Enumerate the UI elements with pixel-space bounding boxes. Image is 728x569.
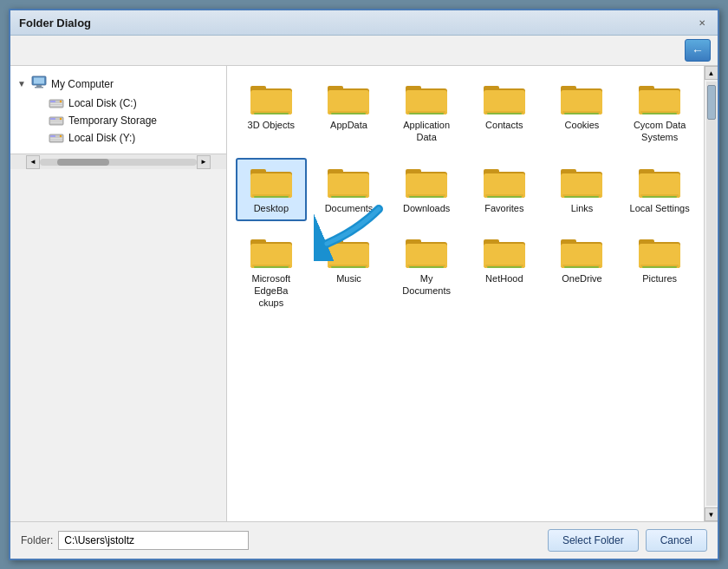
svg-rect-38 xyxy=(487,113,522,114)
svg-rect-106 xyxy=(639,244,680,268)
svg-rect-101 xyxy=(561,244,602,268)
svg-rect-17 xyxy=(50,138,62,139)
folder-label-text: NetHood xyxy=(485,272,523,284)
folder-label-text: Cycom Data Systems xyxy=(629,119,690,144)
folder-item[interactable]: Pictures xyxy=(624,228,695,317)
svg-rect-46 xyxy=(639,90,680,114)
folder-label-text: My Documents xyxy=(396,272,457,298)
folder-label-text: Cookies xyxy=(565,119,600,131)
folder-icon xyxy=(328,165,369,199)
folder-label-text: AppData xyxy=(330,119,367,131)
folder-label-text: Local Settings xyxy=(630,202,690,214)
folder-icon xyxy=(561,235,602,270)
svg-rect-33 xyxy=(409,113,444,114)
vscroll-thumb[interactable] xyxy=(707,85,716,120)
folder-label-text: Downloads xyxy=(403,202,450,214)
folder-item[interactable]: Local Settings xyxy=(624,158,695,221)
folder-icon xyxy=(328,235,369,270)
computer-icon xyxy=(31,75,47,92)
svg-point-16 xyxy=(60,135,62,137)
svg-rect-108 xyxy=(642,266,677,268)
svg-rect-103 xyxy=(564,266,599,268)
svg-rect-1 xyxy=(34,78,44,84)
select-folder-button[interactable]: Select Folder xyxy=(548,529,639,552)
svg-rect-15 xyxy=(50,135,55,137)
svg-rect-98 xyxy=(487,266,522,268)
folder-path-input[interactable] xyxy=(58,531,249,550)
svg-rect-63 xyxy=(409,196,444,198)
svg-rect-12 xyxy=(50,121,62,121)
hscroll-thumb[interactable] xyxy=(57,159,109,166)
svg-rect-8 xyxy=(50,105,62,106)
vscroll-up-btn[interactable]: ▲ xyxy=(705,66,718,80)
svg-rect-53 xyxy=(254,196,289,198)
folder-item[interactable]: 3D Objects xyxy=(236,75,307,151)
folder-item[interactable]: My Documents xyxy=(391,228,462,317)
folder-item[interactable]: Cycom Data Systems xyxy=(624,75,695,151)
folder-grid: 3D Objects AppData xyxy=(227,66,704,521)
folder-label-text: Music xyxy=(336,272,361,284)
svg-rect-3 xyxy=(35,87,43,88)
hscroll-right-btn[interactable]: ► xyxy=(197,155,211,169)
folder-label-text: Links xyxy=(571,202,594,214)
hscroll-left-btn[interactable]: ◄ xyxy=(26,155,40,169)
close-button[interactable]: ✕ xyxy=(695,16,709,29)
svg-rect-43 xyxy=(564,113,599,114)
vscroll-down-btn[interactable]: ▼ xyxy=(705,507,718,521)
sidebar-item-mycomputer[interactable]: ▼ My Computer xyxy=(10,73,226,95)
svg-rect-91 xyxy=(406,244,447,268)
svg-rect-68 xyxy=(487,196,522,198)
folder-item[interactable]: NetHood xyxy=(469,228,540,317)
svg-rect-76 xyxy=(639,173,680,198)
sidebar-item-temp[interactable]: Temporary Storage xyxy=(28,112,226,129)
folder-item[interactable]: Documents xyxy=(314,158,385,221)
drive-icon-y xyxy=(49,132,64,144)
folder-item[interactable]: Microsoft EdgeBa ckups xyxy=(236,228,307,317)
folder-icon xyxy=(561,165,602,199)
folder-label-text: Contacts xyxy=(485,119,523,131)
svg-rect-66 xyxy=(484,173,525,198)
sidebar-item-local-c[interactable]: Local Disk (C:) xyxy=(28,95,226,112)
folder-icon xyxy=(328,82,369,116)
folder-icon xyxy=(250,235,292,270)
cancel-button[interactable]: Cancel xyxy=(646,529,707,552)
svg-rect-51 xyxy=(250,173,292,198)
folder-icon xyxy=(406,235,447,270)
svg-rect-2 xyxy=(36,85,42,87)
content-with-scroll: 3D Objects AppData xyxy=(227,66,718,521)
toolbar: ← xyxy=(10,36,718,66)
folder-item[interactable]: Contacts xyxy=(469,75,540,151)
back-button[interactable]: ← xyxy=(685,39,711,62)
svg-point-6 xyxy=(60,101,62,102)
svg-point-11 xyxy=(60,118,62,120)
folder-item[interactable]: Downloads xyxy=(391,158,462,221)
hscroll-track xyxy=(40,159,197,166)
folder-label-text: Favorites xyxy=(484,202,523,214)
folder-label-text: Pictures xyxy=(642,272,677,284)
folder-icon xyxy=(406,165,447,199)
folder-label-text: Microsoft EdgeBa ckups xyxy=(241,272,302,310)
temp-label: Temporary Storage xyxy=(68,114,157,127)
folder-item[interactable]: OneDrive xyxy=(547,228,618,317)
sidebar-item-local-y[interactable]: Local Disk (Y:) xyxy=(28,129,226,147)
svg-rect-61 xyxy=(406,173,447,198)
svg-rect-31 xyxy=(406,90,447,114)
folder-item[interactable]: Links xyxy=(547,158,618,221)
folder-item[interactable]: Application Data xyxy=(391,75,462,151)
folder-label-text: OneDrive xyxy=(562,272,601,284)
folder-item[interactable]: Music xyxy=(314,228,385,317)
folder-item[interactable]: AppData xyxy=(314,75,385,151)
folder-icon xyxy=(561,82,602,116)
local-y-label: Local Disk (Y:) xyxy=(68,132,135,144)
folder-item[interactable]: Desktop xyxy=(236,158,307,221)
svg-rect-93 xyxy=(409,266,444,268)
folder-item[interactable]: Cookies xyxy=(547,75,618,151)
dialog-title: Folder Dialog xyxy=(19,16,91,29)
svg-rect-13 xyxy=(50,122,62,123)
svg-rect-88 xyxy=(331,266,366,268)
sidebar-children: Local Disk (C:) xyxy=(10,95,226,147)
vscroll-track xyxy=(706,82,717,506)
folder-item[interactable]: Favorites xyxy=(469,158,540,221)
folder-label: Folder: xyxy=(21,534,53,546)
folder-icon xyxy=(484,165,525,199)
